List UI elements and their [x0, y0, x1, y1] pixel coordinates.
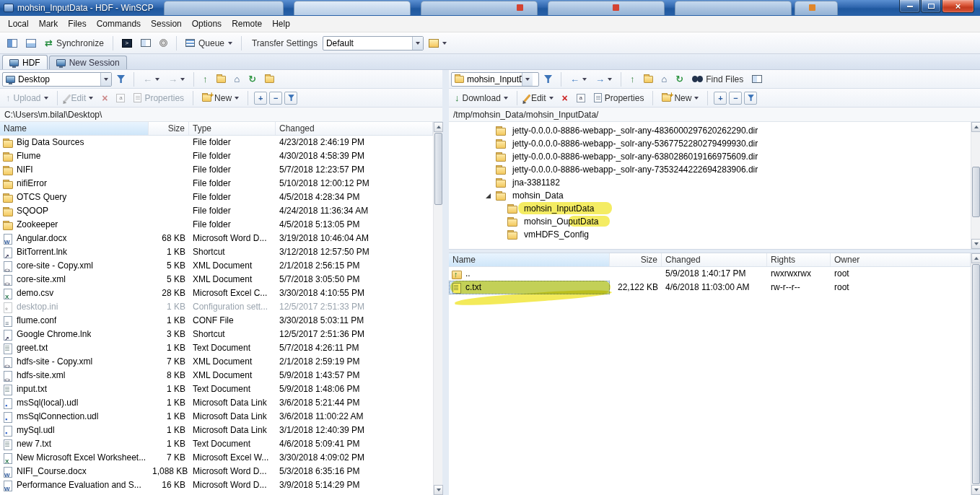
synchronize-browsing-button[interactable]	[748, 71, 766, 87]
preferences-button[interactable]	[156, 35, 171, 52]
file-row[interactable]: demo.csv 28 KB Microsoft Excel C... 3/30…	[0, 286, 433, 300]
remote-refresh-button[interactable]: ↻	[672, 71, 687, 87]
tree-item[interactable]: vmHDFS_Config	[449, 228, 971, 241]
download-button[interactable]: ↓ Download	[451, 90, 512, 106]
remote-location-select[interactable]: mohsin_InputData	[451, 72, 539, 87]
file-row[interactable]: input.txt 1 KB Text Document 5/9/2018 1:…	[0, 382, 433, 396]
file-row[interactable]: SQOOP File folder 4/24/2018 11:36:34 AM	[0, 204, 433, 218]
dock-button[interactable]	[4, 35, 21, 52]
menu-item[interactable]: Local	[3, 17, 34, 31]
session-tab-new-session[interactable]: New Session	[49, 56, 127, 69]
tree-item[interactable]: mohsin_Data	[449, 189, 971, 202]
minimize-button[interactable]	[899, 0, 920, 13]
file-row[interactable]: greet.txt 1 KB Text Document 5/7/2018 4:…	[0, 341, 433, 355]
maximize-button[interactable]	[921, 0, 941, 13]
remote-parent-directory-button[interactable]: ↑	[626, 71, 639, 87]
menu-item[interactable]: Files	[63, 17, 91, 31]
file-row[interactable]: hdfs-site.xml 8 KB XML Document 5/9/2018…	[0, 369, 433, 382]
background-window-tab[interactable]	[548, 1, 665, 15]
compare-directories-button[interactable]	[22, 35, 40, 52]
file-row[interactable]: core-site.xml 5 KB XML Document 5/7/2018…	[0, 273, 433, 286]
remote-filter-button[interactable]	[541, 71, 556, 87]
file-row[interactable]: Performance Evaluation and S... 16 KB Mi…	[0, 478, 433, 492]
tree-scrollbar[interactable]	[971, 122, 980, 249]
tree-item[interactable]: jetty-0.0.0.0-8886-webapp-_solr-any-5367…	[449, 137, 971, 150]
tree-item[interactable]: jna-3381182	[449, 176, 971, 189]
file-row[interactable]: NIFI File folder 5/7/2018 12:23:57 PM	[0, 163, 433, 177]
column-header-size[interactable]: Size	[610, 253, 662, 266]
remote-selection-filter-button[interactable]	[744, 92, 757, 105]
local-refresh-button[interactable]: ↻	[245, 71, 260, 87]
local-properties-button[interactable]: Properties	[130, 90, 188, 106]
menu-item[interactable]: Remote	[227, 17, 267, 31]
session-tab-hdf[interactable]: HDF	[2, 55, 48, 69]
scrollbar-up-button[interactable]	[971, 253, 980, 263]
tree-item[interactable]: mohsin_OuputData	[449, 215, 971, 228]
scrollbar-thumb[interactable]	[972, 264, 980, 484]
file-row[interactable]: Flume File folder 4/30/2018 4:58:39 PM	[0, 149, 433, 163]
column-header-type[interactable]: Type	[189, 122, 276, 135]
panel-splitter[interactable]	[442, 70, 449, 495]
file-row[interactable]: .. 5/9/2018 1:40:17 PM rwxrwxrwx root	[449, 267, 971, 281]
remote-back-button[interactable]: ←	[566, 71, 590, 87]
transfer-settings-select[interactable]: Default	[323, 36, 424, 51]
menu-item[interactable]: Help	[267, 17, 295, 31]
local-directory-tree-button[interactable]	[261, 71, 278, 87]
background-window-tab[interactable]	[795, 1, 838, 15]
local-select-remove-button[interactable]: −	[269, 92, 282, 105]
local-edit-button[interactable]: Edit	[63, 90, 97, 106]
remote-root-directory-button[interactable]	[640, 71, 657, 87]
local-location-select[interactable]: Desktop	[2, 72, 112, 87]
menu-item[interactable]: Mark	[34, 17, 64, 31]
local-path-bar[interactable]: C:\Users\m.bilal\Desktop\	[0, 108, 442, 122]
file-row[interactable]: flume.conf 1 KB CONF File 3/30/2018 5:03…	[0, 314, 433, 328]
tree-item[interactable]: jetty-0.0.0.0-8886-webapp-_solr-any-4836…	[449, 124, 971, 137]
file-row[interactable]: c.txt 22,122 KB 4/6/2018 11:03:00 AM rw-…	[449, 281, 971, 294]
transfer-options-button[interactable]	[425, 35, 450, 52]
menu-item[interactable]: Options	[187, 17, 227, 31]
scrollbar-down-button[interactable]	[971, 485, 980, 495]
menu-item[interactable]: Commands	[92, 17, 146, 31]
column-header-name[interactable]: Name	[449, 253, 610, 266]
scrollbar-up-button[interactable]	[434, 122, 443, 132]
background-window-tab[interactable]	[675, 1, 792, 15]
local-root-directory-button[interactable]	[213, 71, 229, 87]
tree-item[interactable]: jetty-0.0.0.0-8886-webapp-_solr-any-7353…	[449, 163, 971, 176]
remote-scrollbar[interactable]	[971, 253, 980, 495]
remote-rename-button[interactable]: a	[573, 90, 589, 106]
local-new-button[interactable]: New	[198, 90, 242, 106]
local-scrollbar[interactable]	[433, 122, 442, 495]
file-row[interactable]: New Microsoft Excel Worksheet... 7 KB Mi…	[0, 451, 433, 465]
file-row[interactable]: core-site - Copy.xml 5 KB XML Document 2…	[0, 259, 433, 273]
scrollbar-up-button[interactable]	[971, 122, 980, 132]
scrollbar-down-button[interactable]	[434, 485, 443, 495]
background-window-tab[interactable]	[294, 1, 411, 15]
find-files-button[interactable]: Find Files	[688, 71, 747, 87]
upload-button[interactable]: ↑ Upload	[2, 90, 52, 106]
synchronize-button[interactable]: ⇄ Synchronize	[41, 35, 108, 52]
column-header-rights[interactable]: Rights	[767, 253, 831, 266]
local-home-button[interactable]: ⌂	[231, 71, 244, 87]
local-parent-directory-button[interactable]: ↑	[199, 71, 211, 87]
local-forward-button[interactable]: →	[165, 71, 188, 87]
file-row[interactable]: nifiError File folder 5/10/2018 12:00:12…	[0, 177, 433, 190]
file-row[interactable]: msSql(local).udl 1 KB Microsoft Data Lin…	[0, 396, 433, 410]
console-button[interactable]: >	[118, 35, 136, 52]
local-rename-button[interactable]: a	[113, 90, 128, 106]
queue-button[interactable]: Queue	[182, 35, 236, 52]
file-row[interactable]: BitTorrent.lnk 1 KB Shortcut 3/12/2018 1…	[0, 245, 433, 259]
explorer-view-button[interactable]	[137, 35, 154, 52]
column-header-name[interactable]: Name	[0, 122, 149, 135]
scrollbar-down-button[interactable]	[971, 239, 980, 249]
column-header-owner[interactable]: Owner	[831, 253, 971, 266]
title-bar[interactable]: mohsin_InputData - HDF - WinSCP ×	[0, 0, 980, 16]
file-row[interactable]: NIFI_Course.docx 1,088 KB Microsoft Word…	[0, 465, 433, 478]
local-back-button[interactable]: ←	[139, 71, 163, 87]
file-row[interactable]: desktop.ini 1 KB Configuration sett... 1…	[0, 300, 433, 314]
local-filter-button[interactable]	[113, 71, 128, 87]
tree-item[interactable]: jetty-0.0.0.0-8886-webapp-_solr-any-6380…	[449, 150, 971, 163]
remote-properties-button[interactable]: Properties	[590, 90, 648, 106]
menu-item[interactable]: Session	[146, 17, 187, 31]
remote-select-remove-button[interactable]: −	[729, 92, 742, 105]
remote-new-button[interactable]: New	[658, 90, 702, 106]
